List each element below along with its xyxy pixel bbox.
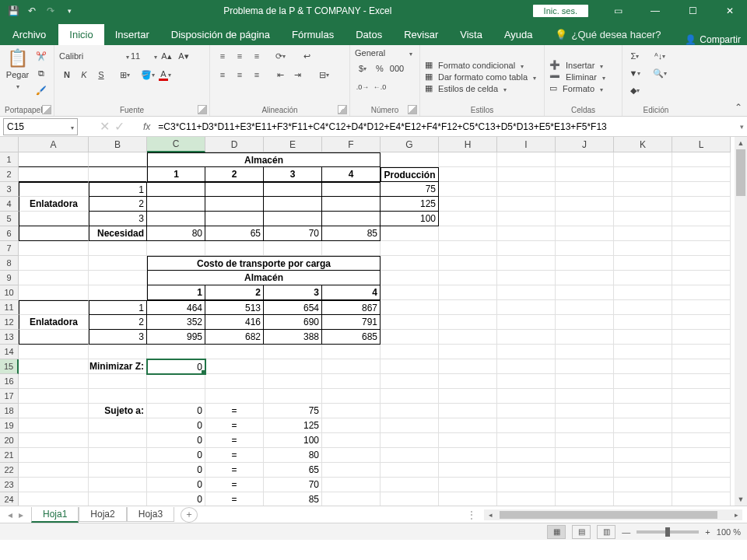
cell[interactable]: [381, 256, 439, 271]
number-format-select[interactable]: General: [355, 48, 412, 58]
cell[interactable]: [439, 389, 497, 404]
cell[interactable]: [205, 241, 264, 256]
cell[interactable]: [19, 492, 89, 506]
cell[interactable]: [614, 374, 672, 389]
cell[interactable]: [672, 285, 731, 300]
cell[interactable]: [614, 285, 672, 300]
horizontal-scrollbar[interactable]: [496, 509, 730, 520]
cell[interactable]: 75: [381, 182, 439, 197]
col-header-G[interactable]: G: [381, 137, 439, 152]
new-sheet-button[interactable]: ＋: [181, 507, 198, 523]
cell[interactable]: [205, 197, 264, 212]
cell[interactable]: [556, 226, 614, 241]
scroll-down-icon[interactable]: ▼: [735, 493, 747, 506]
ribbon-display-icon[interactable]: ▭: [601, 0, 635, 22]
cell[interactable]: [19, 152, 89, 167]
cell[interactable]: [672, 418, 731, 433]
cell[interactable]: [497, 226, 556, 241]
cell[interactable]: 1: [89, 182, 147, 197]
font-name-select[interactable]: Calibri: [59, 51, 129, 61]
cell[interactable]: 0: [147, 492, 205, 506]
font-size-select[interactable]: 11: [131, 51, 157, 61]
cell[interactable]: [381, 374, 439, 389]
cell[interactable]: [322, 345, 381, 359]
scroll-up-icon[interactable]: ▲: [735, 137, 747, 149]
sheet-tab-hoja2[interactable]: Hoja2: [79, 507, 126, 522]
cell[interactable]: [322, 241, 381, 256]
cell[interactable]: Almacén: [147, 271, 381, 285]
cell[interactable]: [89, 241, 147, 256]
eliminar-button[interactable]: ➖ Eliminar: [549, 72, 605, 82]
cell[interactable]: [89, 285, 147, 300]
cell[interactable]: 0: [147, 448, 205, 463]
cell[interactable]: [381, 330, 439, 345]
cell[interactable]: [672, 478, 731, 492]
cell[interactable]: [205, 182, 264, 197]
decrease-font-icon[interactable]: A▾: [176, 48, 191, 64]
cell[interactable]: =: [205, 492, 264, 506]
cell[interactable]: [497, 300, 556, 315]
cell[interactable]: =: [205, 433, 264, 448]
cell[interactable]: [439, 285, 497, 300]
cell[interactable]: [381, 359, 439, 374]
cell[interactable]: 4: [322, 285, 381, 300]
cell[interactable]: [497, 212, 556, 226]
cell[interactable]: =: [205, 418, 264, 433]
cell[interactable]: [497, 271, 556, 285]
align-left-icon[interactable]: ≡: [215, 67, 230, 82]
cell[interactable]: [556, 463, 614, 478]
cell[interactable]: [439, 418, 497, 433]
cell[interactable]: 0: [147, 463, 205, 478]
cell[interactable]: [497, 389, 556, 404]
cell[interactable]: [672, 433, 731, 448]
cell[interactable]: [264, 359, 322, 374]
decrease-indent-icon[interactable]: ⇤: [272, 67, 288, 82]
cell[interactable]: [19, 433, 89, 448]
cell[interactable]: [497, 345, 556, 359]
sujeto-label[interactable]: Sujeto a:: [89, 404, 147, 418]
cell[interactable]: [439, 256, 497, 271]
cell[interactable]: [556, 492, 614, 506]
maximize-button[interactable]: ☐: [675, 0, 710, 22]
cell[interactable]: [19, 285, 89, 300]
cell[interactable]: [381, 492, 439, 506]
row-header-21[interactable]: 21: [0, 448, 19, 463]
increase-indent-icon[interactable]: ⇥: [289, 67, 305, 82]
cell[interactable]: [264, 374, 322, 389]
col-header-B[interactable]: B: [89, 137, 147, 152]
cell[interactable]: [614, 300, 672, 315]
cell[interactable]: [672, 374, 731, 389]
cell[interactable]: [381, 285, 439, 300]
row-header-23[interactable]: 23: [0, 478, 19, 492]
merge-icon[interactable]: ⊟: [316, 67, 331, 82]
cell[interactable]: [205, 374, 264, 389]
cell[interactable]: 125: [381, 197, 439, 212]
cell[interactable]: [264, 241, 322, 256]
minimizar-label[interactable]: Minimizar Z:: [89, 359, 147, 374]
costo-title[interactable]: Costo de transporte por carga: [147, 256, 381, 271]
cell[interactable]: [264, 345, 322, 359]
cell[interactable]: [614, 433, 672, 448]
minimizar-value[interactable]: 0: [147, 359, 205, 374]
cell[interactable]: [147, 345, 205, 359]
fill-icon[interactable]: ▼: [627, 65, 643, 81]
cell[interactable]: [381, 433, 439, 448]
sheet-tab-hoja3[interactable]: Hoja3: [127, 507, 174, 522]
row-header-17[interactable]: 17: [0, 389, 19, 404]
cell[interactable]: [497, 478, 556, 492]
cell[interactable]: [439, 404, 497, 418]
row-header-22[interactable]: 22: [0, 463, 19, 478]
pegar-button[interactable]: 📋 Pegar: [5, 48, 30, 90]
qat-customize-icon[interactable]: ▾: [62, 4, 76, 18]
cell[interactable]: [322, 389, 381, 404]
collapse-ribbon-icon[interactable]: ⌃: [735, 102, 742, 113]
cell[interactable]: [614, 271, 672, 285]
cell[interactable]: [19, 359, 89, 374]
autosum-icon[interactable]: Σ: [627, 48, 643, 64]
comma-icon[interactable]: 000: [389, 61, 405, 76]
cell[interactable]: [614, 315, 672, 330]
col-header-A[interactable]: A: [19, 137, 89, 152]
cell[interactable]: [89, 463, 147, 478]
cell[interactable]: [381, 300, 439, 315]
cell[interactable]: [322, 418, 381, 433]
